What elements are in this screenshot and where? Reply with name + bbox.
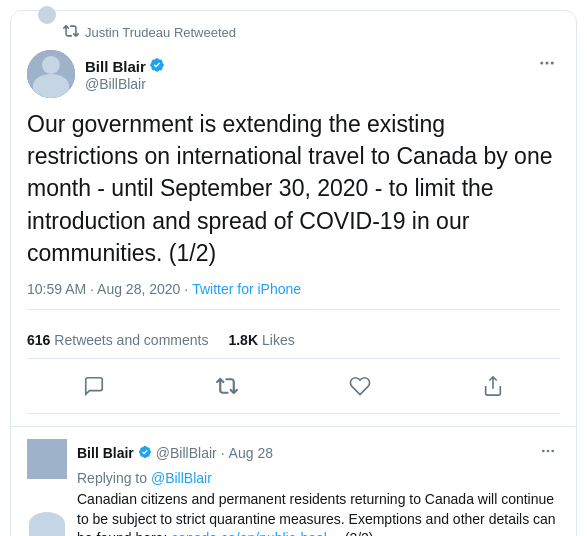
username: @BillBlair <box>85 76 165 92</box>
retweet-count: 616 <box>27 332 50 348</box>
reply-to: Replying to @BillBlair <box>77 470 560 486</box>
svg-point-6 <box>551 450 554 453</box>
reply-content: Bill Blair @BillBlair · Aug 28 <box>77 439 560 536</box>
reply-text: Canadian citizens and permanent resident… <box>77 490 560 536</box>
svg-point-2 <box>551 62 554 65</box>
reply-verified-badge <box>138 445 152 462</box>
tweet-source[interactable]: Twitter for iPhone <box>192 281 301 297</box>
retweet-notice-text: Justin Trudeau Retweeted <box>85 25 236 40</box>
share-button[interactable] <box>474 367 512 405</box>
tweet-header-left: Bill Blair @BillBlair <box>27 50 165 98</box>
like-button[interactable] <box>341 367 379 405</box>
reply-username: @BillBlair <box>156 445 217 461</box>
display-name: Bill Blair <box>85 57 165 76</box>
like-count: 1.8K <box>228 332 258 348</box>
reply-to-link[interactable]: @BillBlair <box>151 470 212 486</box>
user-info: Bill Blair @BillBlair <box>85 57 165 92</box>
tweet-time: 10:59 AM · Aug 28, 2020 · <box>27 281 188 297</box>
reply-tweet: Bill Blair @BillBlair · Aug 28 <box>11 427 576 536</box>
retweet-icon <box>63 23 79 42</box>
svg-point-1 <box>546 62 549 65</box>
reply-link[interactable]: canada.ca/en/public-heal… <box>171 530 341 536</box>
tweet-header: Bill Blair @BillBlair <box>27 50 560 98</box>
time-source: 10:59 AM · Aug 28, 2020 · Twitter for iP… <box>27 281 560 297</box>
retweet-notice: Justin Trudeau Retweeted <box>63 23 560 42</box>
verified-badge <box>149 57 165 76</box>
tweet-actions <box>27 359 560 414</box>
tweet-meta: 10:59 AM · Aug 28, 2020 · Twitter for iP… <box>27 281 560 310</box>
tweet-container: Justin Trudeau Retweeted Bill Blair <box>10 10 577 536</box>
retweet-label: Retweets and comments <box>54 332 208 348</box>
svg-point-5 <box>547 450 550 453</box>
reply-date-value: Aug 28 <box>229 445 273 461</box>
like-stat[interactable]: 1.8K Likes <box>228 332 294 348</box>
main-tweet: Justin Trudeau Retweeted Bill Blair <box>11 11 576 427</box>
reply-display-name: Bill Blair <box>77 445 134 461</box>
reply-more-options-button[interactable] <box>536 439 560 468</box>
svg-point-0 <box>540 62 543 65</box>
reply-date: · <box>221 445 225 461</box>
svg-point-4 <box>542 450 545 453</box>
reply-avatar <box>27 439 67 479</box>
retweet-button[interactable] <box>208 367 246 405</box>
reply-header-left: Bill Blair @BillBlair · Aug 28 <box>77 445 273 462</box>
reply-header: Bill Blair @BillBlair · Aug 28 <box>77 439 560 468</box>
reply-button[interactable] <box>75 367 113 405</box>
retweet-stat[interactable]: 616 Retweets and comments <box>27 332 208 348</box>
tweet-stats: 616 Retweets and comments 1.8K Likes <box>27 322 560 359</box>
tweet-text: Our government is extending the existing… <box>27 108 560 269</box>
more-options-button[interactable] <box>534 50 560 81</box>
avatar <box>27 50 75 98</box>
like-label: Likes <box>262 332 295 348</box>
